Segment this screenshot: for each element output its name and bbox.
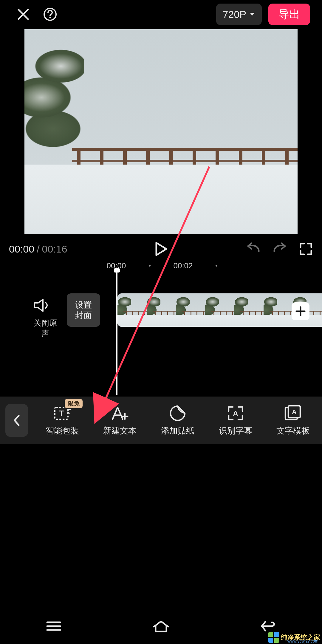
text-smart-icon: T 限免 <box>53 404 71 422</box>
tool-add-sticker[interactable]: 添加贴纸 <box>149 404 207 436</box>
subtitle-icon: A <box>227 404 244 422</box>
transport-bar: 00:00 / 00:16 <box>0 239 322 259</box>
clip-thumb <box>234 293 264 327</box>
text-add-icon <box>111 404 129 422</box>
ruler-tick: 00:02 <box>173 261 193 270</box>
duration: 00:16 <box>42 243 67 255</box>
chevron-left-icon <box>13 414 21 426</box>
mute-label: 关闭原声 <box>33 318 57 339</box>
sticker-icon <box>169 404 187 422</box>
tool-label: 添加贴纸 <box>161 425 194 436</box>
text-template-icon: A <box>284 404 302 422</box>
undo-button[interactable] <box>246 242 261 256</box>
clip-thumb <box>264 293 293 327</box>
clip-thumb <box>117 293 147 327</box>
tool-smart-package[interactable]: T 限免 智能包装 <box>33 404 91 436</box>
watermark-url: www.ycwjzy.com <box>287 639 318 643</box>
top-bar: 720P 导出 <box>0 0 322 29</box>
add-clip-button[interactable] <box>292 302 309 320</box>
bottom-toolbar: T 限免 智能包装 新建文本 添加贴纸 A 识别字幕 A 文字模板 <box>0 397 322 444</box>
set-cover-label: 设置 封面 <box>75 300 92 321</box>
plus-icon <box>295 306 306 316</box>
tool-text-template[interactable]: A 文字模板 <box>264 404 322 436</box>
resolution-label: 720P <box>223 9 246 20</box>
mute-original-button[interactable]: 关闭原声 <box>33 298 57 339</box>
export-label: 导出 <box>278 7 300 22</box>
svg-text:T: T <box>59 409 64 418</box>
svg-text:A: A <box>233 409 238 417</box>
close-icon[interactable] <box>15 6 32 23</box>
playhead[interactable] <box>116 270 117 395</box>
tool-new-text[interactable]: 新建文本 <box>91 404 149 436</box>
export-button[interactable]: 导出 <box>268 4 310 25</box>
time-separator: / <box>34 243 42 255</box>
speaker-icon <box>33 298 51 312</box>
ruler-dot <box>149 265 151 267</box>
clip-thumb <box>147 293 176 327</box>
ruler-dot <box>216 265 217 267</box>
clip-thumb <box>205 293 234 327</box>
fullscreen-button[interactable] <box>299 242 313 256</box>
watermark: 纯净系统之家 www.ycwjzy.com <box>268 632 320 643</box>
help-icon[interactable] <box>42 6 58 23</box>
home-icon <box>152 620 170 633</box>
free-badge: 限免 <box>65 399 83 408</box>
clip-thumb <box>176 293 205 327</box>
redo-button[interactable] <box>273 242 287 256</box>
svg-text:A: A <box>292 408 297 416</box>
tool-recognize-subtitles[interactable]: A 识别字幕 <box>207 404 264 436</box>
chevron-down-icon <box>249 12 255 16</box>
tool-label: 文字模板 <box>276 425 310 436</box>
set-cover-button[interactable]: 设置 封面 <box>67 293 100 327</box>
resolution-selector[interactable]: 720P <box>216 4 262 25</box>
play-button[interactable] <box>154 242 168 256</box>
tool-label: 智能包装 <box>46 425 79 436</box>
video-preview[interactable] <box>24 29 298 234</box>
tool-label: 新建文本 <box>103 425 137 436</box>
svg-point-1 <box>49 17 51 18</box>
toolbar-back-button[interactable] <box>5 404 28 437</box>
back-icon <box>260 620 277 632</box>
nav-home-button[interactable] <box>148 617 174 635</box>
nav-menu-button[interactable] <box>40 617 67 635</box>
preview-frame <box>24 29 298 234</box>
watermark-logo-icon <box>268 632 279 643</box>
tool-label: 识别字幕 <box>219 425 252 436</box>
menu-icon <box>46 620 61 632</box>
timeline-ruler[interactable]: 00:00 00:02 <box>0 261 322 273</box>
current-time: 00:00 <box>9 243 34 255</box>
